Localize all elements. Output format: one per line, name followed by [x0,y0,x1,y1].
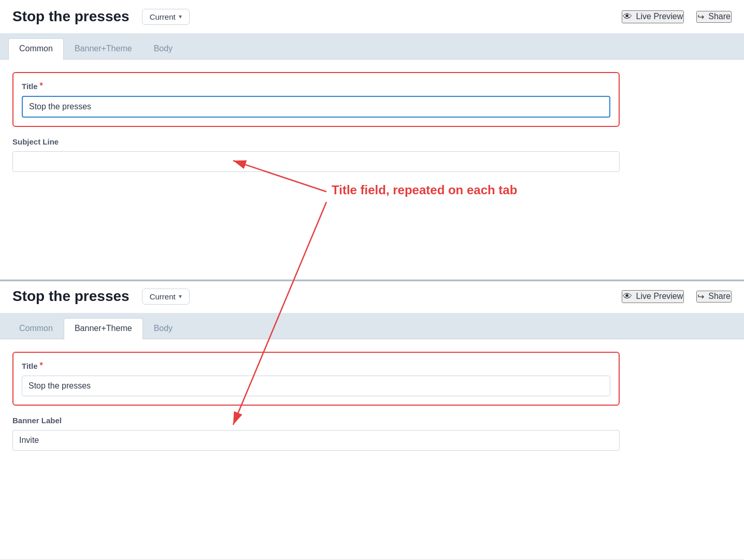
top-tab-common[interactable]: Common [8,38,64,60]
bottom-tabs-bar: Common Banner+Theme Body [0,313,744,339]
bottom-dropdown-label: Current [150,292,176,301]
bottom-live-preview-label: Live Preview [636,292,683,301]
bottom-share-label: Share [708,292,731,301]
top-section: Stop the presses Current ▾ 👁 Live Previe… [0,0,744,280]
top-page-title: Stop the presses [12,8,130,25]
top-header: Stop the presses Current ▾ 👁 Live Previe… [0,0,744,34]
bottom-banner-label-input[interactable] [12,430,620,451]
bottom-title-required-star: * [40,361,43,370]
top-subject-line-input[interactable] [12,151,620,172]
top-eye-icon: 👁 [623,11,632,22]
bottom-share-icon: ↪ [697,292,704,301]
top-live-preview-label: Live Preview [636,12,683,21]
top-share-label: Share [708,12,731,21]
top-dropdown-label: Current [150,12,176,21]
top-chevron-icon: ▾ [179,13,182,20]
bottom-header: Stop the presses Current ▾ 👁 Live Previe… [0,280,744,313]
top-subject-line-section: Subject Line [12,137,620,172]
bottom-title-label: Title * [22,361,610,370]
top-content-area: Title * Subject Line [0,60,632,256]
bottom-content-area: Title * Banner Label [0,339,632,536]
bottom-current-dropdown[interactable]: Current ▾ [142,289,190,305]
bottom-title-section: Title * [12,352,620,406]
top-tabs-bar: Common Banner+Theme Body [0,34,744,60]
bottom-banner-label-section: Banner Label [12,416,620,451]
top-subject-line-label: Subject Line [12,137,620,146]
bottom-live-preview-button[interactable]: 👁 Live Preview [622,290,684,303]
section-divider [0,280,744,281]
top-share-icon: ↪ [697,12,704,22]
bottom-header-right: 👁 Live Preview ↪ Share [622,290,732,303]
bottom-title-input[interactable] [22,376,610,396]
top-title-required-star: * [40,81,43,91]
top-title-section: Title * [12,72,620,127]
bottom-banner-label-label: Banner Label [12,416,620,425]
top-tab-body[interactable]: Body [143,38,183,60]
bottom-tab-common[interactable]: Common [8,318,64,339]
top-tab-banner-theme[interactable]: Banner+Theme [64,38,143,60]
bottom-tab-banner-theme[interactable]: Banner+Theme [64,318,143,339]
top-current-dropdown[interactable]: Current ▾ [142,9,190,25]
top-share-button[interactable]: ↪ Share [696,11,732,23]
bottom-tab-body[interactable]: Body [143,318,183,339]
bottom-share-button[interactable]: ↪ Share [696,291,732,303]
bottom-section: Stop the presses Current ▾ 👁 Live Previe… [0,280,744,560]
top-header-right: 👁 Live Preview ↪ Share [622,10,732,23]
top-title-input[interactable] [22,96,610,118]
bottom-chevron-icon: ▾ [179,293,182,300]
bottom-page-title: Stop the presses [12,288,130,305]
bottom-eye-icon: 👁 [623,291,632,302]
top-live-preview-button[interactable]: 👁 Live Preview [622,10,684,23]
top-title-label: Title * [22,81,610,91]
